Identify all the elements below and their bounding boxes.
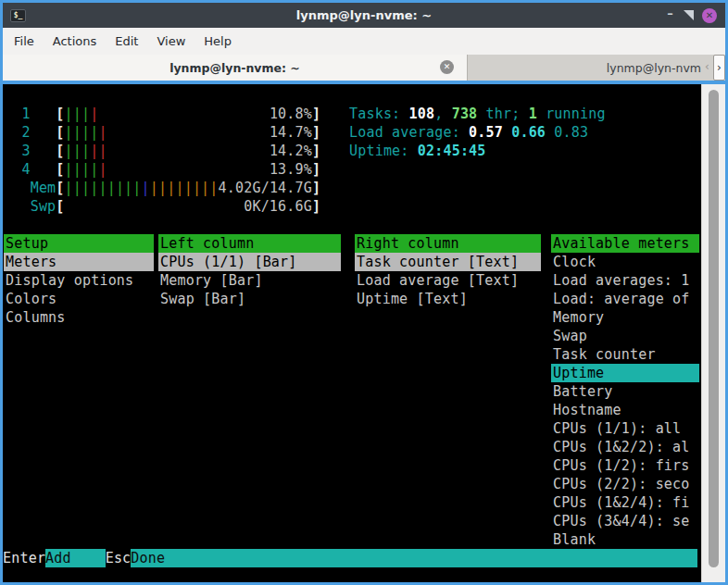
panel-item[interactable]: Uptime [551,364,699,382]
panel-item[interactable]: CPUs (1&2/4): fi [551,493,699,512]
panel-header: Setup [4,234,154,253]
panel-item[interactable]: Clock [551,253,699,271]
panel-header: Right column [355,234,541,253]
panel-header: Available meters [551,234,699,253]
panel-item[interactable]: Memory [551,308,699,327]
function-label-done[interactable]: Done [131,549,697,567]
function-label-add[interactable]: Add [45,549,106,567]
menu-item-help[interactable]: Help [195,28,241,55]
swp-meter: Swp[ 0K/16.6G] [5,197,320,216]
panel-item[interactable]: Display options [4,271,154,290]
cpu4-meter: 4 [||||| 13.9%] [5,160,320,179]
cpu3-meter: 3 [||||| 14.2%] [5,142,320,160]
panel-item[interactable]: CPUs (1/1) [Bar] [158,253,341,271]
panel-item[interactable]: CPUs (2/2): seco [551,475,699,493]
panel-item[interactable]: Hostname [551,401,699,419]
menu-item-actions[interactable]: Actions [44,28,107,55]
tab-inactive-label: lynmp@lyn-nvm [607,61,701,75]
cpu1-meter: 1 [|||| 10.8%] [5,105,320,123]
menu-item-view[interactable]: View [147,28,195,55]
minimize-button[interactable]: – [665,10,675,20]
panel-right-column: Right columnTask counter [Text]Load aver… [355,234,541,308]
panel-item[interactable]: Load: average of [551,290,699,308]
panel-item[interactable]: Colors [4,290,154,308]
tab-inactive[interactable]: lynmp@lyn-nvm [468,55,701,81]
tab-scroll-left-icon[interactable]: ‹ [701,55,713,81]
htop-setup-screen[interactable]: 1 [|||| 10.8%] 2 [||||| 14.7%] 3 [||||| … [3,84,701,582]
tab-close-icon[interactable]: ✕ [440,60,454,74]
panel-left-column: Left columnCPUs (1/1) [Bar]Memory [Bar]S… [158,234,341,308]
panel-item[interactable]: CPUs (1/1): all [551,419,699,438]
uptime-line: Uptime: 02:45:45 [349,142,486,160]
tasks-line: Tasks: 108, 738 thr; 1 running [349,105,606,123]
panel-item[interactable]: Task counter [551,345,699,364]
tab-active[interactable]: lynmp@lyn-nvme: ~ ✕ [3,55,468,81]
panel-item[interactable]: Load average [Text] [355,271,541,290]
scrollbar-thumb[interactable] [709,90,719,567]
panel-available-meters: Available metersClockLoad averages: 1Loa… [551,234,699,549]
panel-setup: SetupMetersDisplay optionsColorsColumns [4,234,154,327]
panel-item[interactable]: Task counter [Text] [355,253,541,271]
close-button[interactable]: ✕ [702,8,717,23]
panel-item[interactable]: Columns [4,308,154,327]
load-average-line: Load average: 0.57 0.66 0.83 [349,123,588,142]
panel-item[interactable]: CPUs (3&4/4): se [551,512,699,530]
tab-bar: lynmp@lyn-nvme: ~ ✕ lynmp@lyn-nvm ‹ › [3,55,725,81]
function-key-esc[interactable]: Esc [106,549,132,567]
panel-item[interactable]: CPUs (1/2): firs [551,456,699,475]
terminal-window: $_ lynmp@lyn-nvme: ~ – ✕ FileActionsEdit… [0,0,728,585]
cpu2-meter: 2 [||||| 14.7%] [5,123,320,142]
function-bar: EnterAdd EscDone [3,549,697,567]
menu-bar: FileActionsEditViewHelp [3,28,725,55]
panel-item[interactable]: Uptime [Text] [355,290,541,308]
panel-item[interactable]: Battery [551,382,699,401]
panel-item[interactable]: Swap [551,327,699,345]
menu-item-file[interactable]: File [5,28,44,55]
panel-item[interactable]: Memory [Bar] [158,271,341,290]
terminal-scrollbar[interactable] [701,84,725,582]
panel-header: Left column [158,234,341,253]
panel-item[interactable]: Swap [Bar] [158,290,341,308]
window-title: lynmp@lyn-nvme: ~ [3,3,725,28]
tab-scroll-right-icon[interactable]: › [713,55,725,81]
mem-meter: Mem[||||||||||||||||||4.02G/14.7G] [5,179,320,197]
title-bar[interactable]: $_ lynmp@lyn-nvme: ~ – ✕ [3,3,725,28]
tab-active-label: lynmp@lyn-nvme: ~ [169,61,300,75]
maximize-button[interactable] [684,10,694,20]
panel-item[interactable]: Load averages: 1 [551,271,699,290]
panel-item[interactable]: Meters [4,253,154,271]
panel-item[interactable]: CPUs (1&2/2): al [551,438,699,456]
function-key-enter[interactable]: Enter [3,549,45,567]
menu-item-edit[interactable]: Edit [106,28,147,55]
panel-item[interactable]: Blank [551,530,699,549]
